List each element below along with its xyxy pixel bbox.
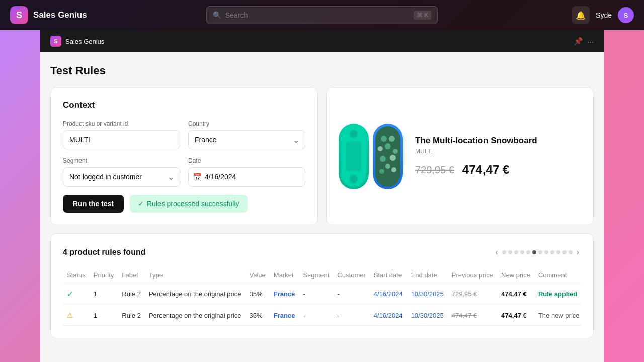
page-dot-10[interactable] bbox=[556, 250, 560, 254]
col-label: Label bbox=[118, 267, 145, 283]
segment-select[interactable]: Not logged in customer bbox=[63, 167, 180, 187]
table-header: Status Priority Label Type Value Market … bbox=[63, 267, 581, 283]
col-type: Type bbox=[145, 267, 246, 283]
product-prices: 729,95 € 474,47 € bbox=[415, 163, 581, 177]
svg-point-12 bbox=[385, 164, 390, 169]
brand: S Sales Genius bbox=[10, 6, 87, 24]
page-dot-5[interactable] bbox=[526, 250, 530, 254]
page-dot-3[interactable] bbox=[514, 250, 518, 254]
row1-customer: - bbox=[333, 283, 369, 305]
row1-value: 35% bbox=[245, 283, 269, 305]
col-start-date: Start date bbox=[370, 267, 407, 283]
success-message: Rules processed successfully bbox=[147, 200, 239, 208]
brand-logo-icon: S bbox=[10, 6, 28, 24]
app-header-title: Sales Genius bbox=[65, 38, 104, 45]
rules-table: Status Priority Label Type Value Market … bbox=[63, 267, 581, 326]
svg-point-3 bbox=[350, 175, 358, 183]
page-dot-9[interactable] bbox=[550, 250, 554, 254]
calendar-icon: 📅 bbox=[193, 173, 202, 181]
search-bar[interactable]: 🔍 Search ⌘ K bbox=[206, 6, 438, 24]
status-check-icon: ✓ bbox=[67, 290, 73, 298]
table-row: ⚠ 1 Rule 2 Percentage on the original pr… bbox=[63, 305, 581, 326]
svg-point-7 bbox=[378, 146, 383, 151]
product-images bbox=[339, 124, 403, 189]
more-options-icon[interactable]: ··· bbox=[587, 37, 594, 46]
svg-point-11 bbox=[390, 155, 396, 161]
page-dot-7[interactable] bbox=[538, 250, 542, 254]
col-comment: Comment bbox=[534, 267, 581, 283]
page-dot-12[interactable] bbox=[569, 250, 573, 254]
svg-point-6 bbox=[389, 136, 395, 142]
row2-priority: 1 bbox=[90, 305, 118, 326]
product-name: The Multi-location Snowboard bbox=[415, 136, 581, 146]
page-dot-4[interactable] bbox=[520, 250, 524, 254]
page-dot-1[interactable] bbox=[502, 250, 506, 254]
search-placeholder: Search bbox=[225, 11, 410, 19]
col-value: Value bbox=[245, 267, 269, 283]
original-price: 729,95 € bbox=[415, 164, 454, 176]
segment-field: Segment Not logged in customer bbox=[63, 157, 180, 187]
row2-market: France bbox=[270, 305, 299, 326]
sale-price: 474,47 € bbox=[462, 163, 509, 177]
segment-select-wrapper: Not logged in customer bbox=[63, 167, 180, 187]
snowboard-green-svg bbox=[339, 124, 369, 189]
page-dot-8[interactable] bbox=[544, 250, 548, 254]
page-title: Test Rules bbox=[50, 64, 594, 77]
notification-button[interactable]: 🔔 bbox=[572, 6, 590, 24]
row2-segment: - bbox=[299, 305, 333, 326]
col-customer: Customer bbox=[333, 267, 369, 283]
product-label: Product sku or variant id bbox=[63, 120, 180, 127]
page-dot-11[interactable] bbox=[562, 250, 567, 254]
page-dot-2[interactable] bbox=[508, 250, 512, 254]
rules-section: 4 product rules found ‹ › bbox=[50, 233, 594, 338]
row1-prev-price: 729,95 € bbox=[448, 283, 497, 305]
row1-label: Rule 2 bbox=[118, 283, 145, 305]
date-input[interactable] bbox=[188, 167, 305, 187]
svg-point-5 bbox=[381, 136, 387, 142]
svg-rect-2 bbox=[346, 141, 361, 171]
svg-point-8 bbox=[385, 143, 391, 149]
pagination-next-button[interactable]: › bbox=[575, 246, 581, 259]
country-select[interactable]: France bbox=[188, 130, 305, 149]
snowboard-pattern-svg bbox=[373, 124, 403, 189]
row2-customer: - bbox=[333, 305, 369, 326]
svg-point-9 bbox=[393, 149, 398, 154]
col-status: Status bbox=[63, 267, 90, 283]
col-prev-price: Previous price bbox=[448, 267, 497, 283]
search-icon: 🔍 bbox=[213, 11, 221, 19]
topbar: S Sales Genius 🔍 Search ⌘ K 🔔 Syde S bbox=[0, 0, 644, 30]
row2-value: 35% bbox=[245, 305, 269, 326]
page-content: Test Rules Context Product sku or varian… bbox=[40, 52, 604, 358]
main-container: S Sales Genius 📌 ··· Test Rules Context … bbox=[40, 30, 604, 362]
run-test-button[interactable]: Run the test bbox=[63, 195, 124, 213]
search-shortcut: ⌘ K bbox=[414, 11, 431, 20]
page-dot-6[interactable] bbox=[532, 250, 536, 254]
row1-segment: - bbox=[299, 283, 333, 305]
avatar[interactable]: S bbox=[618, 7, 634, 23]
row1-type: Percentage on the original price bbox=[145, 283, 246, 305]
row2-new-price: 474,47 € bbox=[497, 305, 534, 326]
two-column-layout: Context Product sku or variant id Countr… bbox=[50, 87, 594, 225]
snowboard-green-image bbox=[339, 124, 369, 189]
pagination-dots: ‹ › bbox=[493, 246, 581, 259]
table-body: ✓ 1 Rule 2 Percentage on the original pr… bbox=[63, 283, 581, 326]
snowboard-pattern-image bbox=[373, 124, 403, 189]
top-right: 🔔 Syde S bbox=[572, 6, 634, 24]
row2-prev-price: 474,47 € bbox=[448, 305, 497, 326]
product-card: The Multi-location Snowboard MULTI 729,9… bbox=[326, 87, 594, 225]
date-input-wrapper: 📅 bbox=[188, 167, 305, 187]
pagination-prev-button[interactable]: ‹ bbox=[493, 246, 500, 259]
pin-icon[interactable]: 📌 bbox=[574, 37, 583, 46]
brand-name: Sales Genius bbox=[33, 10, 87, 20]
product-input[interactable] bbox=[63, 130, 180, 149]
segment-label: Segment bbox=[63, 157, 180, 164]
app-header-logo-icon: S bbox=[50, 36, 61, 47]
col-new-price: New price bbox=[497, 267, 534, 283]
row2-label: Rule 2 bbox=[118, 305, 145, 326]
actions-row: Run the test ✓ Rules processed successfu… bbox=[63, 195, 305, 213]
app-header: S Sales Genius 📌 ··· bbox=[40, 30, 604, 52]
header-row: Status Priority Label Type Value Market … bbox=[63, 267, 581, 283]
date-label: Date bbox=[188, 157, 305, 164]
svg-point-1 bbox=[350, 130, 358, 138]
row1-end-date: 10/30/2025 bbox=[407, 283, 448, 305]
